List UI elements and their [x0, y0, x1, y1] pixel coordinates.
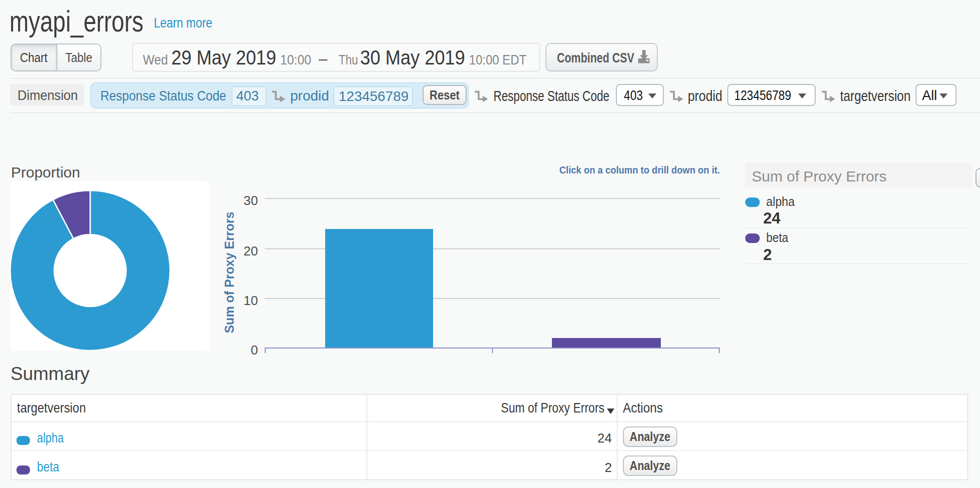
svg-text:30: 30 [244, 193, 258, 208]
svg-text:10: 10 [244, 293, 258, 308]
svg-text:20: 20 [244, 244, 258, 258]
svg-text:0: 0 [251, 342, 258, 358]
svg-text:Sum of Proxy Errors: Sum of Proxy Errors [222, 212, 236, 333]
